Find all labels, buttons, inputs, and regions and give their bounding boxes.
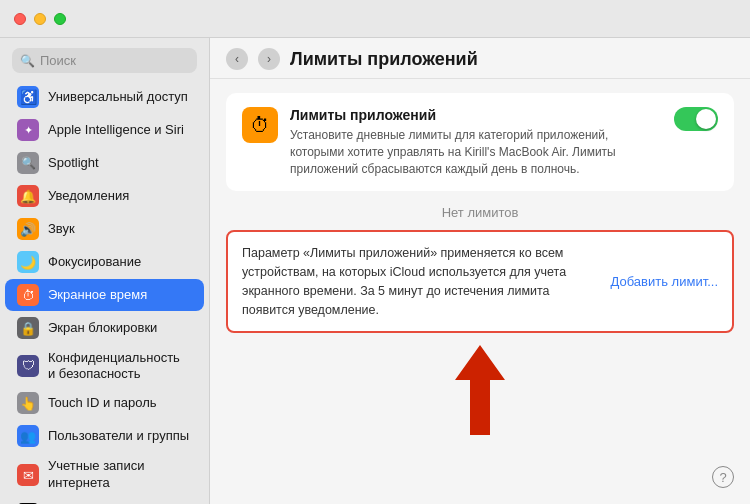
search-icon: 🔍 xyxy=(20,54,35,68)
no-limits-text: Нет лимитов xyxy=(226,205,734,220)
spotlight-icon: 🔍 xyxy=(17,152,39,174)
sidebar-item-universal-access[interactable]: ♿ Универсальный доступ xyxy=(5,81,204,113)
touch-id-icon: 👆 xyxy=(17,392,39,414)
forward-button[interactable]: › xyxy=(258,48,280,70)
limits-description: Установите дневные лимиты для категорий … xyxy=(290,127,662,177)
maximize-button[interactable] xyxy=(54,13,66,25)
accounts-icon: ✉ xyxy=(17,464,39,486)
privacy-icon: 🛡 xyxy=(17,355,39,377)
chevron-right-icon: › xyxy=(267,52,271,66)
lock-screen-icon: 🔒 xyxy=(17,317,39,339)
sidebar-item-label: Звук xyxy=(48,221,75,238)
info-box: Параметр «Лимиты приложений» применяется… xyxy=(226,230,734,333)
universal-access-icon: ♿ xyxy=(17,86,39,108)
sidebar-item-label: Уведомления xyxy=(48,188,129,205)
sidebar: 🔍 Поиск ♿ Универсальный доступ ✦ Apple I… xyxy=(0,38,210,504)
sidebar-item-label: Экран блокировки xyxy=(48,320,157,337)
users-icon: 👥 xyxy=(17,425,39,447)
limits-title: Лимиты приложений xyxy=(290,107,662,123)
content-body: ⏱ Лимиты приложений Установите дневные л… xyxy=(210,79,750,504)
sidebar-item-label: Фокусирование xyxy=(48,254,141,271)
sidebar-item-lock-screen[interactable]: 🔒 Экран блокировки xyxy=(5,312,204,344)
apple-intelligence-icon: ✦ xyxy=(17,119,39,141)
sidebar-item-label: Конфиденциальностьи безопасность xyxy=(48,350,180,381)
arrow-container xyxy=(210,345,750,435)
help-button[interactable]: ? xyxy=(712,466,734,488)
sidebar-item-users[interactable]: 👥 Пользователи и группы xyxy=(5,420,204,452)
back-button[interactable]: ‹ xyxy=(226,48,248,70)
add-limit-button[interactable]: Добавить лимит... xyxy=(611,274,718,289)
sidebar-item-label: Экранное время xyxy=(48,287,147,304)
main-layout: 🔍 Поиск ♿ Универсальный доступ ✦ Apple I… xyxy=(0,38,750,504)
minimize-button[interactable] xyxy=(34,13,46,25)
sidebar-item-screen-time[interactable]: ⏱ Экранное время xyxy=(5,279,204,311)
sidebar-item-label: Пользователи и группы xyxy=(48,428,189,445)
content-area: ‹ › Лимиты приложений ⏱ Лимиты приложени… xyxy=(210,38,750,504)
sidebar-item-focus[interactable]: 🌙 Фокусирование xyxy=(5,246,204,278)
info-text: Параметр «Лимиты приложений» применяется… xyxy=(242,244,599,319)
content-header: ‹ › Лимиты приложений xyxy=(210,38,750,79)
sidebar-item-label: Универсальный доступ xyxy=(48,89,188,106)
limits-card: ⏱ Лимиты приложений Установите дневные л… xyxy=(226,93,734,191)
search-box[interactable]: 🔍 Поиск xyxy=(12,48,197,73)
sidebar-item-label: Spotlight xyxy=(48,155,99,172)
screen-time-icon: ⏱ xyxy=(17,284,39,306)
search-placeholder: Поиск xyxy=(40,53,76,68)
limits-app-icon: ⏱ xyxy=(242,107,278,143)
svg-marker-0 xyxy=(455,345,505,435)
sidebar-item-label: Учетные записи интернета xyxy=(48,458,192,492)
sidebar-item-sound[interactable]: 🔊 Звук xyxy=(5,213,204,245)
page-title: Лимиты приложений xyxy=(290,49,734,70)
focus-icon: 🌙 xyxy=(17,251,39,273)
sidebar-item-spotlight[interactable]: 🔍 Spotlight xyxy=(5,147,204,179)
sidebar-item-label: Apple Intelligence и Siri xyxy=(48,122,184,139)
sidebar-item-notifications[interactable]: 🔔 Уведомления xyxy=(5,180,204,212)
limits-text: Лимиты приложений Установите дневные лим… xyxy=(290,107,662,177)
sidebar-item-accounts[interactable]: ✉ Учетные записи интернета xyxy=(5,453,204,497)
question-mark-icon: ? xyxy=(719,470,726,485)
sidebar-item-touch-id[interactable]: 👆 Touch ID и пароль xyxy=(5,387,204,419)
sidebar-item-game-center[interactable]: 🎮 Game Center xyxy=(5,498,204,504)
titlebar xyxy=(0,0,750,38)
chevron-left-icon: ‹ xyxy=(235,52,239,66)
notifications-icon: 🔔 xyxy=(17,185,39,207)
up-arrow-icon xyxy=(450,345,510,435)
limits-toggle[interactable] xyxy=(674,107,718,131)
sidebar-item-apple-intelligence[interactable]: ✦ Apple Intelligence и Siri xyxy=(5,114,204,146)
sidebar-item-privacy[interactable]: 🛡 Конфиденциальностьи безопасность xyxy=(5,345,204,386)
sound-icon: 🔊 xyxy=(17,218,39,240)
sidebar-item-label: Touch ID и пароль xyxy=(48,395,157,412)
close-button[interactable] xyxy=(14,13,26,25)
